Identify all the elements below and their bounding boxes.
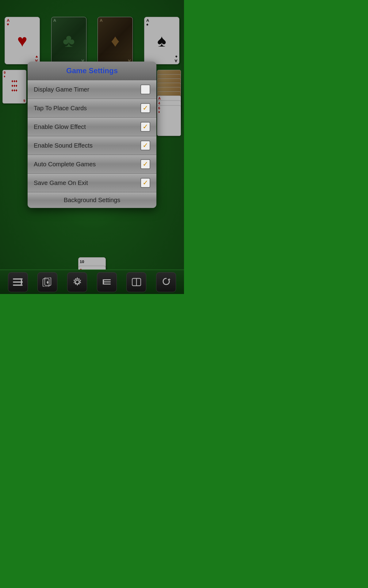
setting-tap-to-place-cards[interactable]: Tap To Place Cards ✓ [28, 99, 156, 118]
settings-title-text: Game Settings [66, 66, 118, 75]
setting-checkbox[interactable]: ✓ [140, 141, 150, 150]
setting-label: Background Settings [64, 197, 121, 204]
setting-checkbox[interactable]: ✓ [140, 159, 150, 169]
setting-label: Save Game On Exit [34, 179, 88, 187]
setting-auto-complete-games[interactable]: Auto Complete Games ✓ [28, 155, 156, 174]
setting-label: Enable Sound Effects [34, 142, 93, 149]
settings-modal: Game Settings Display Game Timer Tap To … [28, 62, 156, 208]
setting-checkbox[interactable]: ✓ [140, 178, 150, 188]
setting-checkbox[interactable]: ✓ [140, 103, 150, 113]
setting-display-game-timer[interactable]: Display Game Timer [28, 80, 156, 99]
settings-title: Game Settings [28, 62, 156, 80]
setting-label: Display Game Timer [34, 86, 89, 93]
setting-enable-glow-effect[interactable]: Enable Glow Effect ✓ [28, 118, 156, 136]
setting-label: Tap To Place Cards [34, 105, 87, 112]
setting-label: Auto Complete Games [34, 161, 96, 168]
setting-background-settings[interactable]: Background Settings [28, 192, 156, 208]
setting-enable-sound-effects[interactable]: Enable Sound Effects ✓ [28, 136, 156, 155]
setting-label: Enable Glow Effect [34, 123, 86, 130]
setting-checkbox[interactable] [140, 85, 150, 94]
setting-save-game-on-exit[interactable]: Save Game On Exit ✓ [28, 174, 156, 192]
modal-overlay[interactable]: Game Settings Display Game Timer Tap To … [0, 0, 184, 294]
setting-checkbox[interactable]: ✓ [140, 122, 150, 132]
